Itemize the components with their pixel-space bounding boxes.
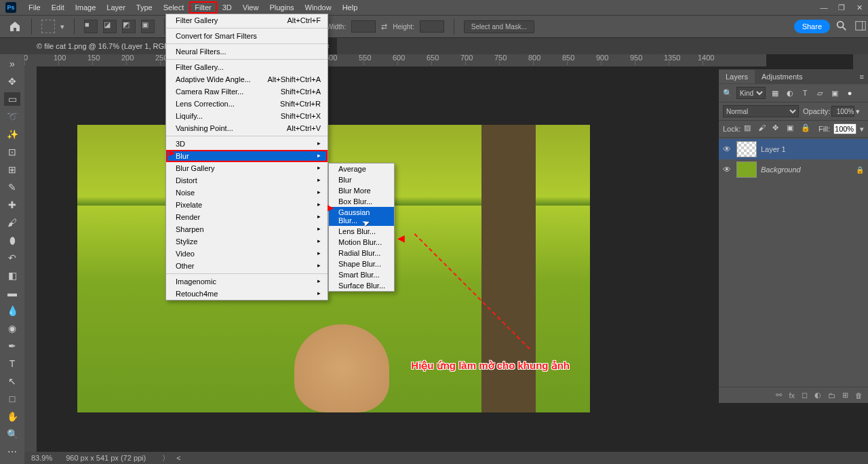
hand-tool[interactable]: ✋: [4, 410, 20, 423]
menu-item-shape-blur[interactable]: Shape Blur...: [329, 258, 394, 269]
menu-item-smart-blur[interactable]: Smart Blur...: [329, 269, 394, 280]
magic-wand-tool[interactable]: ✨: [4, 128, 20, 141]
intersect-selection-icon[interactable]: ▣: [141, 20, 155, 33]
panel-menu-icon[interactable]: ≡: [856, 70, 868, 83]
brush-tool[interactable]: 🖌: [4, 216, 20, 229]
subtract-selection-icon[interactable]: ◩: [122, 20, 136, 33]
menu-item-stylize[interactable]: Stylize: [166, 235, 328, 248]
path-tool[interactable]: ↖: [4, 374, 20, 388]
chevron-down-icon[interactable]: ▾: [860, 125, 864, 134]
menu-plugins[interactable]: Plugins: [264, 1, 299, 14]
menu-item-average[interactable]: Average: [329, 163, 394, 174]
menu-item-noise[interactable]: Noise: [166, 187, 328, 199]
menu-item-convert-smart[interactable]: Convert for Smart Filters: [166, 30, 328, 42]
menu-3d[interactable]: 3D: [217, 1, 237, 14]
document-tab[interactable]: © file cat 1.png @ 16.7% (Layer 1, RGB/×: [30, 38, 186, 54]
eyedropper-tool[interactable]: ✎: [4, 180, 20, 194]
menu-item-blur[interactable]: Blur: [329, 174, 394, 185]
visibility-icon[interactable]: 👁: [723, 144, 732, 154]
menu-edit[interactable]: Edit: [46, 1, 70, 14]
opacity-input[interactable]: [831, 106, 854, 117]
frame-tool[interactable]: ⊞: [4, 163, 20, 176]
blend-mode-select[interactable]: Normal: [723, 105, 799, 117]
rectangle-tool[interactable]: □: [4, 392, 20, 406]
marquee-tool[interactable]: ▭: [4, 92, 20, 106]
lock-artboard-icon[interactable]: ▣: [787, 123, 797, 134]
menu-item-other[interactable]: Other: [166, 260, 328, 272]
menu-file[interactable]: File: [23, 1, 46, 14]
minimize-button[interactable]: —: [815, 1, 833, 14]
swap-icon[interactable]: ⇄: [381, 22, 387, 31]
lock-all-icon[interactable]: 🔒: [801, 123, 812, 134]
menu-item[interactable]: Vanishing Point...Alt+Ctrl+V: [166, 122, 328, 134]
menu-item[interactable]: Filter Gallery...: [166, 61, 328, 73]
history-brush-tool[interactable]: ↶: [4, 251, 20, 265]
layer-row[interactable]: 👁Background🔒: [719, 159, 868, 180]
crop-tool[interactable]: ⊡: [4, 145, 20, 159]
width-input[interactable]: [351, 20, 376, 33]
menu-type[interactable]: Type: [131, 1, 158, 14]
menu-item-blur[interactable]: Blur: [166, 150, 328, 162]
visibility-icon[interactable]: 👁: [723, 165, 732, 174]
menu-layer[interactable]: Layer: [101, 1, 131, 14]
chevron-down-icon[interactable]: ▾: [60, 22, 64, 31]
menu-item-blur-more[interactable]: Blur More: [329, 185, 394, 196]
type-tool[interactable]: T: [4, 357, 20, 370]
zoom-level[interactable]: 83.9%: [31, 454, 52, 462]
chevron-down-icon[interactable]: ▾: [856, 107, 860, 116]
menu-item[interactable]: Adaptive Wide Angle...Alt+Shift+Ctrl+A: [166, 73, 328, 85]
menu-image[interactable]: Image: [70, 1, 102, 14]
lock-image-icon[interactable]: 🖌: [758, 123, 769, 134]
lasso-tool[interactable]: ➰: [4, 110, 20, 123]
menu-item-pixelate[interactable]: Pixelate: [166, 199, 328, 211]
close-button[interactable]: ✕: [850, 1, 868, 14]
menu-filter[interactable]: Filter: [189, 1, 216, 14]
blur-tool[interactable]: 💧: [4, 304, 20, 317]
status-caret-icon[interactable]: 〉: [162, 453, 172, 463]
maximize-button[interactable]: ❐: [833, 1, 850, 14]
add-selection-icon[interactable]: ◪: [103, 20, 117, 33]
menu-view[interactable]: View: [237, 1, 264, 14]
marquee-tool-icon[interactable]: [41, 20, 55, 33]
share-button[interactable]: Share: [794, 20, 830, 33]
filter-pixel-icon[interactable]: ▦: [770, 88, 781, 98]
menu-item-box-blur[interactable]: Box Blur...: [329, 196, 394, 207]
stamp-tool[interactable]: ⬮: [4, 233, 20, 247]
filter-shape-icon[interactable]: ▱: [814, 88, 825, 98]
filter-type-icon[interactable]: T: [800, 88, 810, 98]
filter-toggle-icon[interactable]: ●: [844, 88, 855, 98]
menu-item-video[interactable]: Video: [166, 248, 328, 260]
lock-position-icon[interactable]: ✥: [772, 123, 783, 134]
menu-window[interactable]: Window: [300, 1, 337, 14]
healing-tool[interactable]: ✚: [4, 198, 20, 212]
pen-tool[interactable]: ✒: [4, 339, 20, 353]
menu-item-radial-blur[interactable]: Radial Blur...: [329, 248, 394, 258]
more-tools[interactable]: ⋯: [4, 445, 20, 459]
menu-item-last-filter[interactable]: Filter GalleryAlt+Ctrl+F: [166, 14, 328, 26]
layer-thumbnail[interactable]: [736, 161, 757, 178]
mask-icon[interactable]: ◻: [802, 391, 808, 400]
gradient-tool[interactable]: ▬: [4, 286, 20, 300]
menu-item-3d[interactable]: 3D: [166, 138, 328, 150]
link-icon[interactable]: ⚯: [776, 391, 782, 400]
menu-item-distort[interactable]: Distort: [166, 174, 328, 187]
eraser-tool[interactable]: ◧: [4, 269, 20, 282]
tab-adjustments[interactable]: Adjustments: [755, 70, 810, 83]
new-selection-icon[interactable]: ■: [84, 20, 98, 33]
menu-select[interactable]: Select: [158, 1, 190, 14]
expand-icon[interactable]: »: [4, 57, 20, 71]
adjustment-icon[interactable]: ◐: [814, 391, 821, 400]
menu-item-neural[interactable]: Neural Filters...: [166, 45, 328, 58]
new-layer-icon[interactable]: ⊞: [842, 391, 848, 400]
layer-row[interactable]: 👁Layer 1: [719, 139, 868, 159]
filter-kind-select[interactable]: Kind: [736, 87, 766, 99]
layer-name[interactable]: Layer 1: [761, 145, 786, 153]
menu-help[interactable]: Help: [337, 1, 363, 14]
menu-item[interactable]: Imagenomic: [166, 275, 328, 288]
menu-item-lens-blur[interactable]: Lens Blur...: [329, 226, 394, 237]
status-chevron-icon[interactable]: <: [176, 454, 180, 462]
select-and-mask-button[interactable]: Select and Mask...: [464, 20, 534, 33]
filter-adjust-icon[interactable]: ◐: [785, 88, 795, 98]
menu-item[interactable]: Liquify...Shift+Ctrl+X: [166, 110, 328, 122]
tab-layers[interactable]: Layers: [719, 70, 755, 83]
